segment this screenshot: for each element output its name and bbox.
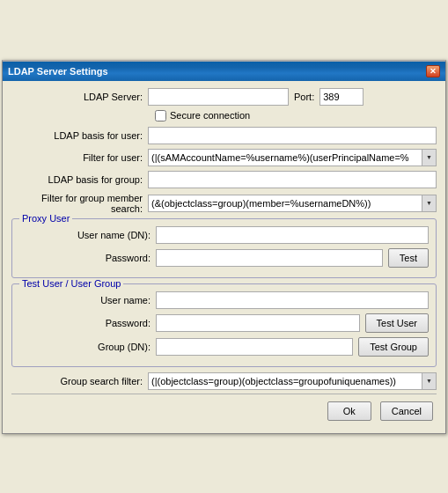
test-user-section: Test User / User Group User name: Passwo… bbox=[11, 283, 437, 367]
filter-user-row: Filter for user: (|(sAMAccountName=%user… bbox=[11, 149, 437, 166]
test-username-input[interactable] bbox=[156, 291, 429, 309]
port-label: Port: bbox=[289, 92, 319, 102]
filter-group-arrow[interactable] bbox=[422, 195, 436, 211]
test-group-row: Group (DN): Test Group bbox=[19, 337, 429, 357]
proxy-password-label: Password: bbox=[19, 253, 156, 263]
ldap-basis-user-input[interactable] bbox=[148, 127, 437, 144]
test-user-button[interactable]: Test User bbox=[365, 313, 429, 333]
proxy-password-row: Password: Test bbox=[19, 248, 429, 268]
proxy-password-input[interactable] bbox=[156, 249, 383, 267]
filter-group-label: Filter for group member search: bbox=[11, 193, 148, 214]
ldap-basis-group-input[interactable] bbox=[148, 171, 437, 188]
test-group-button[interactable]: Test Group bbox=[358, 337, 429, 357]
footer-separator bbox=[11, 394, 437, 394]
footer-buttons: Ok Cancel bbox=[11, 398, 437, 426]
test-password-row: Password: Test User bbox=[19, 313, 429, 333]
proxy-username-input[interactable] bbox=[156, 226, 429, 244]
close-button[interactable]: ✕ bbox=[426, 65, 440, 77]
proxy-username-label: User name (DN): bbox=[19, 230, 156, 240]
ldap-server-row: LDAP Server: Port: bbox=[11, 88, 437, 106]
test-user-title: Test User / User Group bbox=[19, 278, 123, 289]
ldap-server-label: LDAP Server: bbox=[11, 92, 148, 102]
secure-checkbox[interactable] bbox=[155, 110, 166, 121]
test-user-content: User name: Password: Test User Group (DN… bbox=[19, 291, 429, 357]
group-search-row: Group search filter: (|(objectclass=grou… bbox=[11, 372, 437, 390]
port-input[interactable] bbox=[319, 88, 364, 106]
filter-group-value: (&(objectclass=group)(member=%usernameDN… bbox=[149, 197, 422, 210]
test-username-row: User name: bbox=[19, 291, 429, 309]
group-search-value: (|(objectclass=group)(objectclass=groupo… bbox=[149, 375, 422, 387]
ldap-basis-group-row: LDAP basis for group: bbox=[11, 171, 437, 188]
title-bar: LDAP Server Settings ✕ bbox=[3, 62, 445, 81]
window-title: LDAP Server Settings bbox=[8, 66, 108, 77]
group-search-dropdown[interactable]: (|(objectclass=group)(objectclass=groupo… bbox=[148, 372, 437, 390]
filter-user-arrow[interactable] bbox=[422, 150, 436, 166]
ldap-settings-window: LDAP Server Settings ✕ LDAP Server: Port… bbox=[2, 60, 446, 434]
test-username-label: User name: bbox=[19, 295, 156, 305]
form-content: LDAP Server: Port: Secure connection LDA… bbox=[3, 81, 445, 433]
proxy-test-button[interactable]: Test bbox=[388, 248, 429, 268]
secure-label: Secure connection bbox=[170, 110, 250, 121]
test-group-input[interactable] bbox=[156, 338, 353, 356]
filter-user-dropdown[interactable]: (|(sAMAccountName=%username%)(userPrinci… bbox=[148, 149, 437, 166]
proxy-user-content: User name (DN): Password: Test bbox=[19, 226, 429, 268]
cancel-button[interactable]: Cancel bbox=[380, 401, 433, 421]
ldap-basis-user-row: LDAP basis for user: bbox=[11, 127, 437, 144]
test-password-label: Password: bbox=[19, 318, 156, 328]
secure-connection-row: Secure connection bbox=[11, 110, 437, 121]
group-search-label: Group search filter: bbox=[11, 376, 148, 386]
group-search-arrow[interactable] bbox=[422, 373, 436, 389]
proxy-user-section: Proxy User User name (DN): Password: Tes… bbox=[11, 218, 437, 278]
filter-group-row: Filter for group member search: (&(objec… bbox=[11, 193, 437, 214]
filter-user-value: (|(sAMAccountName=%username%)(userPrinci… bbox=[149, 151, 422, 164]
ldap-basis-group-label: LDAP basis for group: bbox=[11, 174, 148, 185]
proxy-username-row: User name (DN): bbox=[19, 226, 429, 244]
ldap-server-input[interactable] bbox=[148, 88, 289, 106]
test-password-input[interactable] bbox=[156, 314, 360, 332]
test-group-label: Group (DN): bbox=[19, 342, 156, 352]
filter-group-dropdown[interactable]: (&(objectclass=group)(member=%usernameDN… bbox=[148, 195, 437, 212]
filter-user-label: Filter for user: bbox=[11, 152, 148, 163]
proxy-user-title: Proxy User bbox=[19, 213, 72, 224]
ok-button[interactable]: Ok bbox=[327, 401, 371, 421]
ldap-basis-user-label: LDAP basis for user: bbox=[11, 130, 148, 141]
